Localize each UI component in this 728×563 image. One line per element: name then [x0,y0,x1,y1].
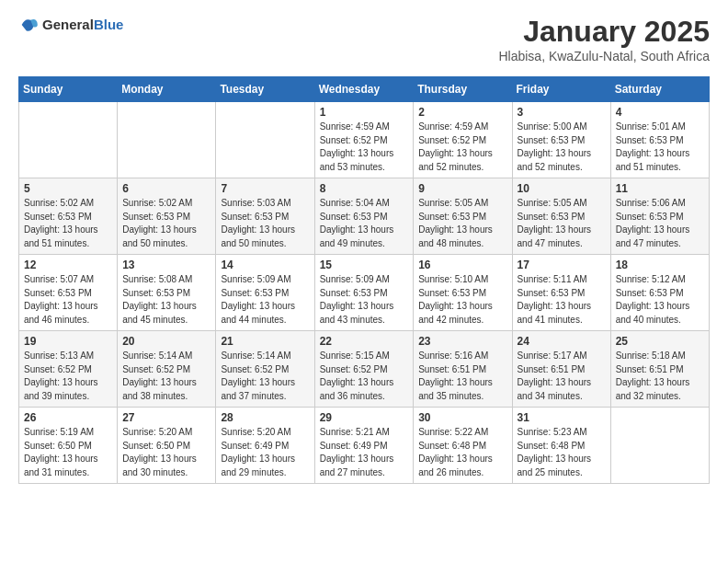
day-info: Sunrise: 5:09 AM Sunset: 6:53 PM Dayligh… [320,273,409,327]
day-number: 23 [418,335,506,348]
calendar-cell: 14Sunrise: 5:09 AM Sunset: 6:53 PM Dayli… [216,255,314,331]
calendar-cell [216,102,314,178]
day-number: 19 [24,335,112,348]
location-subtitle: Hlabisa, KwaZulu-Natal, South Africa [498,49,710,63]
calendar-cell: 1Sunrise: 4:59 AM Sunset: 6:52 PM Daylig… [314,102,414,178]
day-info: Sunrise: 5:13 AM Sunset: 6:52 PM Dayligh… [24,350,112,403]
calendar-cell [19,102,118,178]
day-number: 21 [221,335,309,348]
day-number: 10 [518,182,606,195]
day-info: Sunrise: 5:15 AM Sunset: 6:52 PM Dayligh… [320,350,409,403]
logo-text-blue: Blue [94,17,124,32]
weekday-header-tuesday: Tuesday [216,77,314,102]
day-info: Sunrise: 5:19 AM Sunset: 6:50 PM Dayligh… [24,426,112,479]
weekday-header-wednesday: Wednesday [314,77,414,102]
calendar-cell: 12Sunrise: 5:07 AM Sunset: 6:53 PM Dayli… [19,255,118,331]
calendar-week-row: 5Sunrise: 5:02 AM Sunset: 6:53 PM Daylig… [19,178,710,255]
day-info: Sunrise: 5:04 AM Sunset: 6:53 PM Dayligh… [320,197,409,250]
weekday-header-monday: Monday [118,77,216,102]
calendar-cell: 16Sunrise: 5:10 AM Sunset: 6:53 PM Dayli… [414,255,512,331]
day-info: Sunrise: 5:02 AM Sunset: 6:53 PM Dayligh… [122,197,210,250]
day-number: 2 [418,106,506,119]
weekday-header-friday: Friday [512,77,610,102]
calendar-cell: 7Sunrise: 5:03 AM Sunset: 6:53 PM Daylig… [216,178,314,255]
day-number: 15 [320,259,409,271]
day-info: Sunrise: 5:21 AM Sunset: 6:49 PM Dayligh… [320,426,409,479]
calendar-cell: 18Sunrise: 5:12 AM Sunset: 6:53 PM Dayli… [610,255,709,331]
calendar-cell: 22Sunrise: 5:15 AM Sunset: 6:52 PM Dayli… [314,331,414,408]
day-number: 8 [320,182,409,195]
day-info: Sunrise: 4:59 AM Sunset: 6:52 PM Dayligh… [418,121,506,174]
calendar-cell: 13Sunrise: 5:08 AM Sunset: 6:53 PM Dayli… [118,255,216,331]
calendar-cell: 3Sunrise: 5:00 AM Sunset: 6:53 PM Daylig… [512,102,610,178]
day-number: 3 [518,106,606,119]
day-number: 30 [418,411,506,424]
day-number: 14 [221,259,309,271]
calendar-cell: 17Sunrise: 5:11 AM Sunset: 6:53 PM Dayli… [512,255,610,331]
calendar-cell [118,102,216,178]
day-info: Sunrise: 5:05 AM Sunset: 6:53 PM Dayligh… [418,197,506,250]
day-info: Sunrise: 5:00 AM Sunset: 6:53 PM Dayligh… [518,121,606,174]
day-info: Sunrise: 5:02 AM Sunset: 6:53 PM Dayligh… [24,197,112,250]
day-number: 27 [122,411,210,424]
day-number: 25 [616,335,704,348]
day-info: Sunrise: 5:07 AM Sunset: 6:53 PM Dayligh… [24,273,112,327]
day-info: Sunrise: 5:03 AM Sunset: 6:53 PM Dayligh… [221,197,309,250]
calendar-week-row: 26Sunrise: 5:19 AM Sunset: 6:50 PM Dayli… [19,408,710,484]
day-number: 5 [24,182,112,195]
day-number: 16 [418,259,506,271]
day-number: 18 [616,259,704,271]
weekday-header-saturday: Saturday [610,77,709,102]
page-header: GeneralBlue January 2025 Hlabisa, KwaZul… [18,15,710,63]
calendar-cell: 10Sunrise: 5:05 AM Sunset: 6:53 PM Dayli… [512,178,610,255]
logo-icon [18,15,39,35]
calendar-cell: 24Sunrise: 5:17 AM Sunset: 6:51 PM Dayli… [512,331,610,408]
calendar-cell: 27Sunrise: 5:20 AM Sunset: 6:50 PM Dayli… [118,408,216,484]
day-info: Sunrise: 5:20 AM Sunset: 6:49 PM Dayligh… [221,426,309,479]
day-info: Sunrise: 5:05 AM Sunset: 6:53 PM Dayligh… [518,197,606,250]
day-info: Sunrise: 4:59 AM Sunset: 6:52 PM Dayligh… [320,121,409,174]
day-number: 24 [518,335,606,348]
day-info: Sunrise: 5:10 AM Sunset: 6:53 PM Dayligh… [418,273,506,327]
day-number: 11 [616,182,704,195]
day-info: Sunrise: 5:12 AM Sunset: 6:53 PM Dayligh… [616,273,704,327]
calendar-week-row: 12Sunrise: 5:07 AM Sunset: 6:53 PM Dayli… [19,255,710,331]
day-number: 17 [518,259,606,271]
calendar-cell: 26Sunrise: 5:19 AM Sunset: 6:50 PM Dayli… [19,408,118,484]
calendar-cell: 11Sunrise: 5:06 AM Sunset: 6:53 PM Dayli… [610,178,709,255]
weekday-header-row: SundayMondayTuesdayWednesdayThursdayFrid… [19,77,710,102]
calendar-week-row: 1Sunrise: 4:59 AM Sunset: 6:52 PM Daylig… [19,102,710,178]
logo: GeneralBlue [18,15,123,35]
calendar-cell: 15Sunrise: 5:09 AM Sunset: 6:53 PM Dayli… [314,255,414,331]
day-number: 31 [518,411,606,424]
day-number: 4 [616,106,704,119]
day-number: 26 [24,411,112,424]
title-section: January 2025 Hlabisa, KwaZulu-Natal, Sou… [498,15,710,63]
calendar-cell: 29Sunrise: 5:21 AM Sunset: 6:49 PM Dayli… [314,408,414,484]
calendar-cell: 6Sunrise: 5:02 AM Sunset: 6:53 PM Daylig… [118,178,216,255]
day-number: 22 [320,335,409,348]
calendar-cell: 21Sunrise: 5:14 AM Sunset: 6:52 PM Dayli… [216,331,314,408]
day-info: Sunrise: 5:11 AM Sunset: 6:53 PM Dayligh… [518,273,606,327]
day-info: Sunrise: 5:17 AM Sunset: 6:51 PM Dayligh… [518,350,606,403]
day-number: 7 [221,182,309,195]
day-info: Sunrise: 5:16 AM Sunset: 6:51 PM Dayligh… [418,350,506,403]
day-info: Sunrise: 5:06 AM Sunset: 6:53 PM Dayligh… [616,197,704,250]
day-info: Sunrise: 5:23 AM Sunset: 6:48 PM Dayligh… [518,426,606,479]
calendar-cell: 31Sunrise: 5:23 AM Sunset: 6:48 PM Dayli… [512,408,610,484]
day-number: 6 [122,182,210,195]
calendar-cell: 30Sunrise: 5:22 AM Sunset: 6:48 PM Dayli… [414,408,512,484]
calendar-cell: 28Sunrise: 5:20 AM Sunset: 6:49 PM Dayli… [216,408,314,484]
day-number: 12 [24,259,112,271]
weekday-header-sunday: Sunday [19,77,118,102]
day-info: Sunrise: 5:22 AM Sunset: 6:48 PM Dayligh… [418,426,506,479]
calendar-cell: 8Sunrise: 5:04 AM Sunset: 6:53 PM Daylig… [314,178,414,255]
weekday-header-thursday: Thursday [414,77,512,102]
calendar-cell: 23Sunrise: 5:16 AM Sunset: 6:51 PM Dayli… [414,331,512,408]
day-number: 20 [122,335,210,348]
day-number: 13 [122,259,210,271]
calendar-cell: 19Sunrise: 5:13 AM Sunset: 6:52 PM Dayli… [19,331,118,408]
calendar-week-row: 19Sunrise: 5:13 AM Sunset: 6:52 PM Dayli… [19,331,710,408]
calendar-cell: 2Sunrise: 4:59 AM Sunset: 6:52 PM Daylig… [414,102,512,178]
day-info: Sunrise: 5:14 AM Sunset: 6:52 PM Dayligh… [221,350,309,403]
